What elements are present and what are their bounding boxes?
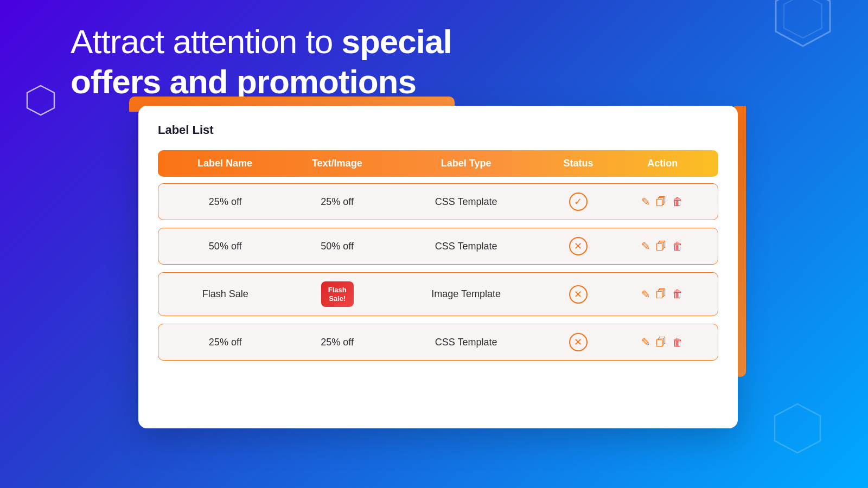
copy-icon[interactable]: 🗍 xyxy=(656,240,667,253)
edit-icon[interactable]: ✎ xyxy=(641,195,650,208)
cell-text-image-flash: FlashSale! xyxy=(281,281,393,307)
cell-status: ✕ xyxy=(539,285,617,304)
action-icon-group: ✎ 🗍 🗑 xyxy=(617,240,707,253)
delete-icon[interactable]: 🗑 xyxy=(672,196,683,208)
cell-text-image: 25% off xyxy=(281,337,393,348)
cell-text-image: 50% off xyxy=(281,241,393,252)
cell-text-image: 25% off xyxy=(281,196,393,208)
cell-label-name: Flash Sale xyxy=(169,288,281,300)
edit-icon[interactable]: ✎ xyxy=(641,288,650,301)
hex-top-right-icon xyxy=(770,0,835,49)
card-title: Label List xyxy=(158,123,718,137)
col-header-label-type: Label Type xyxy=(393,158,539,169)
cell-action: ✎ 🗍 🗑 xyxy=(617,195,707,208)
cell-label-name: 25% off xyxy=(169,196,281,208)
cell-action: ✎ 🗍 🗑 xyxy=(617,240,707,253)
heading-line1-bold: special xyxy=(341,23,451,60)
cell-label-type: CSS Template xyxy=(393,337,539,348)
label-list-card: Label List Label Name Text/Image Label T… xyxy=(138,106,738,428)
cell-label-name: 50% off xyxy=(169,241,281,252)
cell-status: ✓ xyxy=(539,192,617,211)
svg-marker-1 xyxy=(784,0,822,38)
table-header-row: Label Name Text/Image Label Type Status … xyxy=(158,150,718,177)
heading-line2: offers and promotions xyxy=(71,63,416,100)
cell-label-type: Image Template xyxy=(393,288,539,300)
label-table: Label Name Text/Image Label Type Status … xyxy=(158,150,718,361)
cell-label-name: 25% off xyxy=(169,337,281,348)
table-row: 25% off 25% off CSS Template ✓ ✎ 🗍 🗑 xyxy=(158,183,718,220)
status-x-icon: ✕ xyxy=(569,237,588,255)
edit-icon[interactable]: ✎ xyxy=(641,336,650,349)
delete-icon[interactable]: 🗑 xyxy=(672,288,683,300)
svg-marker-2 xyxy=(27,86,54,115)
page-heading: Attract attention to special offers and … xyxy=(71,22,452,102)
heading-line1-normal: Attract attention to xyxy=(71,23,341,60)
col-header-action: Action xyxy=(617,158,707,169)
cell-label-type: CSS Template xyxy=(393,196,539,208)
svg-marker-3 xyxy=(775,404,820,453)
hex-bottom-right-icon xyxy=(770,401,825,455)
col-header-text-image: Text/Image xyxy=(281,158,393,169)
cell-action: ✎ 🗍 🗑 xyxy=(617,336,707,349)
cell-label-type: CSS Template xyxy=(393,241,539,252)
status-x-icon: ✕ xyxy=(569,285,588,304)
table-row: 25% off 25% off CSS Template ✕ ✎ 🗍 🗑 xyxy=(158,324,718,361)
delete-icon[interactable]: 🗑 xyxy=(672,336,683,349)
status-x-icon: ✕ xyxy=(569,333,588,351)
copy-icon[interactable]: 🗍 xyxy=(656,336,667,349)
col-header-status: Status xyxy=(539,158,618,169)
action-icon-group: ✎ 🗍 🗑 xyxy=(617,336,707,349)
cell-status: ✕ xyxy=(539,237,617,255)
action-icon-group: ✎ 🗍 🗑 xyxy=(617,195,707,208)
copy-icon[interactable]: 🗍 xyxy=(656,196,667,208)
edit-icon[interactable]: ✎ xyxy=(641,240,650,253)
delete-icon[interactable]: 🗑 xyxy=(672,240,683,253)
copy-icon[interactable]: 🗍 xyxy=(656,288,667,300)
flash-sale-badge: FlashSale! xyxy=(321,281,354,307)
hex-left-icon xyxy=(24,84,57,117)
action-icon-group: ✎ 🗍 🗑 xyxy=(617,288,707,301)
cell-action: ✎ 🗍 🗑 xyxy=(617,288,707,301)
col-header-label-name: Label Name xyxy=(169,158,281,169)
table-row: 50% off 50% off CSS Template ✕ ✎ 🗍 🗑 xyxy=(158,228,718,265)
status-ok-icon: ✓ xyxy=(569,192,588,211)
cell-status: ✕ xyxy=(539,333,617,351)
table-row: Flash Sale FlashSale! Image Template ✕ ✎… xyxy=(158,272,718,316)
